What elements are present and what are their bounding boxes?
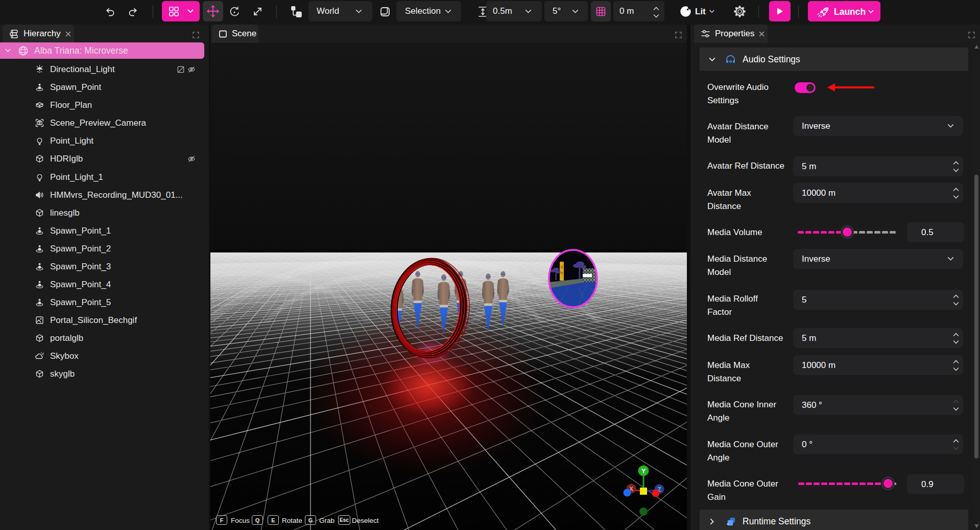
svg-text:Y: Y: [641, 467, 646, 475]
